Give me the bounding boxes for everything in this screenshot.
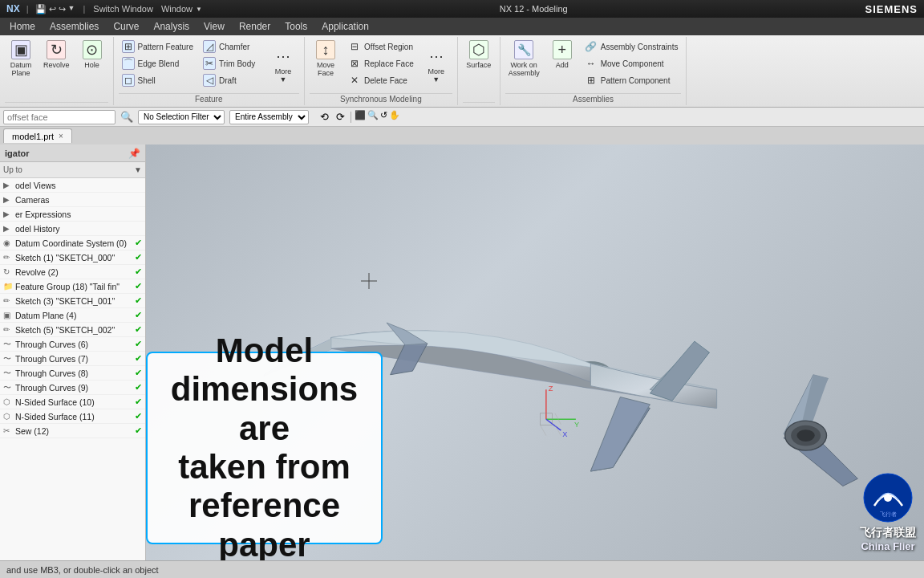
toolbar-icon-2[interactable]: ⟳	[333, 110, 347, 124]
nav-item[interactable]: ▶Cameras	[0, 193, 145, 207]
more-quick-icon[interactable]: ▼	[68, 4, 75, 14]
undo-icon[interactable]: ↩	[49, 4, 56, 14]
replace-face-btn[interactable]: ⊠ Replace Face	[345, 55, 417, 71]
fit-icon[interactable]: ⬛	[355, 110, 366, 124]
nav-item[interactable]: 📁Feature Group (18) "Tail fin"✔	[0, 279, 145, 294]
menu-item-render[interactable]: Render	[233, 19, 277, 34]
nav-item-check-icon: ✔	[135, 310, 142, 320]
nav-filter-label: Up to	[3, 165, 22, 174]
work-on-assembly-btn[interactable]: 🔧 Work onAssembly	[505, 39, 543, 79]
nav-item-label: N-Sided Surface (10)	[15, 397, 95, 407]
menu-item-home[interactable]: Home	[3, 19, 42, 34]
menu-item-tools[interactable]: Tools	[278, 19, 314, 34]
window-btn[interactable]: Window	[161, 4, 192, 14]
pattern-feature-btn[interactable]: ⊞ Pattern Feature	[119, 39, 197, 55]
delete-face-btn[interactable]: ✕ Delete Face	[345, 72, 417, 88]
viewport[interactable]: Z Y X Modeldimensions aretaken from	[146, 144, 924, 560]
nav-item-label: Sketch (3) "SKETCH_001"	[15, 296, 115, 306]
add-btn[interactable]: + Add	[546, 39, 578, 71]
switch-window-btn[interactable]: Switch Window	[93, 4, 153, 14]
toolbar-icon-1[interactable]: ⟲	[317, 110, 331, 124]
nav-item-icon: ▶	[3, 210, 13, 218]
menu-item-assemblies[interactable]: Assemblies	[43, 19, 105, 34]
draft-icon: ◁	[203, 74, 216, 87]
chamfer-btn[interactable]: ◿ Chamfer	[200, 39, 264, 55]
pattern-component-btn[interactable]: ⊞ Pattern Component	[582, 72, 682, 88]
surface-btn[interactable]: ⬡ Surface	[463, 39, 495, 71]
move-face-btn[interactable]: ↕ MoveFace	[310, 39, 342, 79]
selection-filter-select[interactable]: No Selection Filter	[138, 110, 225, 124]
save-icon[interactable]: 💾	[35, 4, 47, 14]
more-sync-btn[interactable]: ⋯ More▼	[420, 45, 452, 85]
pan-icon[interactable]: ✋	[389, 110, 400, 124]
nav-item-check-icon: ✔	[135, 238, 142, 248]
nav-item[interactable]: ✂Sew (12)✔	[0, 424, 145, 438]
chamfer-icon: ◿	[203, 40, 216, 53]
menu-item-view[interactable]: View	[197, 19, 231, 34]
nav-item[interactable]: ↻Revolve (2)✔	[0, 265, 145, 279]
ribbon-group-assemblies-content: 🔧 Work onAssembly + Add 🔗 Assembly Const…	[505, 39, 682, 92]
ribbon-group-feature-content: ⊞ Pattern Feature ⌒ Edge Blend ◻ Shell ◿…	[119, 39, 299, 92]
navigator-header: igator 📌	[0, 144, 145, 162]
menu-item-application[interactable]: Application	[315, 19, 375, 34]
menu-item-analysis[interactable]: Analysis	[147, 19, 196, 34]
nav-item[interactable]: 〜Through Curves (8)✔	[0, 366, 145, 381]
edge-blend-btn[interactable]: ⌒ Edge Blend	[119, 55, 197, 71]
assembly-constraints-btn[interactable]: 🔗 Assembly Constraints	[582, 39, 682, 55]
surface-label: Surface	[466, 61, 491, 69]
more-feature-btn[interactable]: ⋯ More▼	[267, 45, 299, 85]
assembly-filter-select[interactable]: Entire Assembly	[229, 110, 309, 124]
more-sync-label: More▼	[428, 67, 444, 83]
navigator-pin-icon[interactable]: 📌	[128, 148, 140, 159]
hole-icon: ⊙	[83, 40, 102, 59]
nav-item[interactable]: ✏Sketch (1) "SKETCH_000"✔	[0, 250, 145, 265]
svg-text:飞行者: 飞行者	[879, 511, 896, 517]
status-message: and use MB3, or double-click an object	[6, 565, 159, 575]
rotate-icon[interactable]: ↺	[380, 110, 387, 124]
zoom-in-icon[interactable]: 🔍	[367, 110, 379, 124]
menu-bar: HomeAssembliesCurveAnalysisViewRenderToo…	[0, 18, 924, 35]
nav-item[interactable]: ▶er Expressions	[0, 207, 145, 222]
revolve-btn[interactable]: ↻ Revolve	[40, 39, 73, 71]
ribbon-group-basic-content: ▣ DatumPlane ↻ Revolve ⊙ Hole	[5, 39, 108, 100]
nav-item[interactable]: ⬡N-Sided Surface (11)✔	[0, 409, 145, 424]
ribbon-group-basic: ▣ DatumPlane ↻ Revolve ⊙ Hole	[0, 37, 114, 105]
model-tab[interactable]: model1.prt ×	[3, 128, 72, 143]
nav-item-check-icon: ✔	[135, 267, 142, 277]
search-icon[interactable]: 🔍	[120, 111, 133, 123]
nav-item[interactable]: 〜Through Curves (6)✔	[0, 337, 145, 352]
nav-item[interactable]: ▶odel History	[0, 222, 145, 236]
nav-item[interactable]: 〜Through Curves (9)✔	[0, 381, 145, 395]
ribbon-group-sync-content: ↕ MoveFace ⊟ Offset Region ⊠ Replace Fac…	[310, 39, 452, 92]
move-face-icon: ↕	[316, 40, 335, 59]
shell-label: Shell	[138, 76, 156, 85]
shell-btn[interactable]: ◻ Shell	[119, 72, 197, 88]
nav-item[interactable]: ◉Datum Coordinate System (0)✔	[0, 236, 145, 250]
siemens-label: SIEMENS	[865, 3, 918, 15]
trim-body-btn[interactable]: ✂ Trim Body	[200, 55, 264, 71]
draft-btn[interactable]: ◁ Draft	[200, 72, 264, 88]
nav-item[interactable]: ▣Datum Plane (4)✔	[0, 308, 145, 323]
nav-item-icon: ✏	[3, 296, 13, 305]
nav-item[interactable]: ▶odel Views	[0, 178, 145, 193]
feature-subgroup-2: ◿ Chamfer ✂ Trim Body ◁ Draft	[200, 39, 264, 88]
search-input[interactable]	[3, 110, 116, 124]
nav-filter-arrow[interactable]: ▼	[134, 165, 142, 174]
more-feature-label: More▼	[275, 67, 292, 83]
nav-item-label: Through Curves (8)	[15, 368, 88, 378]
more-sync-icon: ⋯	[427, 47, 446, 66]
nav-item[interactable]: ⬡N-Sided Surface (10)✔	[0, 395, 145, 409]
window-dropdown-icon[interactable]: ▼	[196, 6, 202, 13]
nav-item[interactable]: ✏Sketch (3) "SKETCH_001"✔	[0, 294, 145, 308]
nav-item[interactable]: 〜Through Curves (7)✔	[0, 352, 145, 366]
redo-icon[interactable]: ↪	[59, 4, 66, 14]
move-component-btn[interactable]: ↔ Move Component	[582, 55, 682, 71]
watermark-logo: 飞行者	[862, 472, 914, 524]
hole-btn[interactable]: ⊙ Hole	[76, 39, 108, 71]
feature-subgroup-1: ⊞ Pattern Feature ⌒ Edge Blend ◻ Shell	[119, 39, 197, 88]
offset-region-btn[interactable]: ⊟ Offset Region	[345, 39, 417, 55]
nav-item[interactable]: ✏Sketch (5) "SKETCH_002"✔	[0, 323, 145, 337]
tab-close-btn[interactable]: ×	[59, 132, 63, 140]
datum-plane-btn[interactable]: ▣ DatumPlane	[5, 39, 37, 79]
menu-item-curve[interactable]: Curve	[107, 19, 145, 34]
